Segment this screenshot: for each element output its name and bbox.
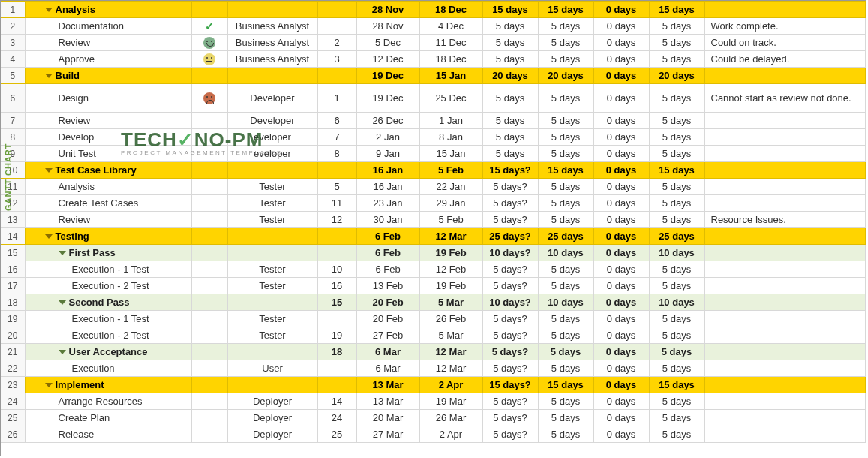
collapse-icon[interactable]	[45, 8, 53, 12]
cell-predecessor[interactable]: 15	[317, 294, 356, 311]
cell-note[interactable]	[704, 228, 866, 245]
cell-status[interactable]	[191, 311, 227, 327]
cell-task[interactable]: Testing	[25, 228, 191, 245]
cell-finish[interactable]: 19 Mar	[419, 393, 482, 410]
row-number[interactable]: 14	[1, 228, 25, 245]
cell-status[interactable]: ✓	[191, 18, 227, 35]
cell-col9[interactable]: 0 days	[593, 294, 649, 311]
cell-status[interactable]	[191, 410, 227, 426]
row-number[interactable]: 18	[1, 294, 25, 311]
cell-col9[interactable]: 0 days	[593, 2, 649, 18]
cell-duration[interactable]: 5 days?	[482, 426, 538, 443]
cell-predecessor[interactable]: 25	[317, 426, 356, 443]
cell-finish[interactable]: 15 Jan	[419, 146, 482, 162]
cell-col9[interactable]: 0 days	[593, 261, 649, 278]
collapse-icon[interactable]	[45, 234, 53, 239]
cell-task[interactable]: Build	[25, 68, 191, 84]
table-row[interactable]: 24Arrange ResourcesDeployer1413 Mar19 Ma…	[1, 393, 866, 410]
cell-note[interactable]	[704, 327, 866, 344]
cell-finish[interactable]: 25 Dec	[419, 84, 482, 113]
cell-predecessor[interactable]	[317, 311, 356, 327]
cell-finish[interactable]: 1 Jan	[419, 113, 482, 129]
cell-start[interactable]: 26 Dec	[356, 113, 419, 129]
cell-predecessor[interactable]	[317, 245, 356, 261]
cell-predecessor[interactable]: 14	[317, 393, 356, 410]
cell-col10[interactable]: 5 days	[649, 18, 704, 35]
cell-task[interactable]: Execution - 2 Test	[25, 327, 191, 344]
cell-col9[interactable]: 0 days	[593, 410, 649, 426]
cell-start[interactable]: 6 Feb	[356, 228, 419, 245]
cell-resource[interactable]	[227, 377, 317, 393]
cell-col10[interactable]: 25 days	[649, 228, 704, 245]
cell-task[interactable]: Test Case Library	[25, 162, 191, 179]
cell-status[interactable]	[191, 84, 227, 113]
cell-col10[interactable]: 15 days	[649, 2, 704, 18]
cell-task[interactable]: Analysis	[25, 179, 191, 195]
cell-predecessor[interactable]: 5	[317, 179, 356, 195]
cell-duration[interactable]: 25 days?	[482, 228, 538, 245]
cell-finish[interactable]: 19 Feb	[419, 245, 482, 261]
cell-col10[interactable]: 5 days	[649, 179, 704, 195]
cell-col8[interactable]: 20 days	[538, 68, 593, 84]
cell-resource[interactable]: Tester	[227, 278, 317, 294]
cell-finish[interactable]: 12 Mar	[419, 344, 482, 360]
row-number[interactable]: 4	[1, 51, 25, 68]
table-row[interactable]: 10Test Case Library16 Jan5 Feb15 days?15…	[1, 162, 866, 179]
cell-duration[interactable]: 10 days?	[482, 294, 538, 311]
row-number[interactable]: 15	[1, 245, 25, 261]
cell-start[interactable]: 12 Dec	[356, 51, 419, 68]
cell-note[interactable]	[704, 113, 866, 129]
cell-col9[interactable]: 0 days	[593, 360, 649, 377]
cell-col10[interactable]: 5 days	[649, 311, 704, 327]
cell-task[interactable]: Execution - 2 Test	[25, 278, 191, 294]
collapse-icon[interactable]	[59, 251, 66, 255]
cell-note[interactable]	[704, 179, 866, 195]
cell-col10[interactable]: 15 days	[649, 162, 704, 179]
cell-predecessor[interactable]: 16	[317, 278, 356, 294]
row-number[interactable]: 3	[1, 35, 25, 51]
cell-resource[interactable]: Business Analyst	[227, 35, 317, 51]
cell-resource[interactable]	[227, 228, 317, 245]
cell-status[interactable]	[191, 261, 227, 278]
cell-finish[interactable]: 5 Feb	[419, 212, 482, 228]
cell-finish[interactable]: 11 Dec	[419, 35, 482, 51]
cell-status[interactable]	[191, 195, 227, 212]
cell-finish[interactable]: 8 Jan	[419, 129, 482, 146]
cell-start[interactable]: 2 Jan	[356, 129, 419, 146]
cell-predecessor[interactable]	[317, 228, 356, 245]
cell-start[interactable]: 16 Jan	[356, 179, 419, 195]
cell-start[interactable]: 27 Mar	[356, 426, 419, 443]
cell-note[interactable]: Could on track.	[704, 35, 866, 51]
cell-duration[interactable]: 5 days?	[482, 311, 538, 327]
cell-col10[interactable]: 5 days	[649, 261, 704, 278]
cell-resource[interactable]	[227, 344, 317, 360]
cell-col10[interactable]: 5 days	[649, 410, 704, 426]
cell-note[interactable]	[704, 410, 866, 426]
cell-note[interactable]	[704, 278, 866, 294]
cell-predecessor[interactable]: 8	[317, 146, 356, 162]
row-number[interactable]: 26	[1, 426, 25, 443]
cell-col9[interactable]: 0 days	[593, 245, 649, 261]
table-row[interactable]: 3ReviewBusiness Analyst25 Dec11 Dec5 day…	[1, 35, 866, 51]
cell-status[interactable]	[191, 146, 227, 162]
row-number[interactable]: 16	[1, 261, 25, 278]
cell-start[interactable]: 13 Mar	[356, 377, 419, 393]
table-row[interactable]: 14Testing6 Feb12 Mar25 days?25 days0 day…	[1, 228, 866, 245]
cell-status[interactable]	[191, 278, 227, 294]
cell-note[interactable]	[704, 344, 866, 360]
row-number[interactable]: 13	[1, 212, 25, 228]
cell-col9[interactable]: 0 days	[593, 179, 649, 195]
cell-col10[interactable]: 5 days	[649, 84, 704, 113]
cell-resource[interactable]: User	[227, 360, 317, 377]
cell-start[interactable]: 6 Mar	[356, 360, 419, 377]
cell-resource[interactable]: Tester	[227, 179, 317, 195]
cell-predecessor[interactable]	[317, 360, 356, 377]
cell-finish[interactable]: 5 Feb	[419, 162, 482, 179]
cell-col10[interactable]: 10 days	[649, 245, 704, 261]
cell-finish[interactable]: 19 Feb	[419, 278, 482, 294]
cell-start[interactable]: 19 Dec	[356, 68, 419, 84]
cell-col10[interactable]: 5 days	[649, 278, 704, 294]
cell-finish[interactable]: 12 Mar	[419, 228, 482, 245]
cell-col10[interactable]: 5 days	[649, 146, 704, 162]
cell-resource[interactable]: Deployer	[227, 410, 317, 426]
